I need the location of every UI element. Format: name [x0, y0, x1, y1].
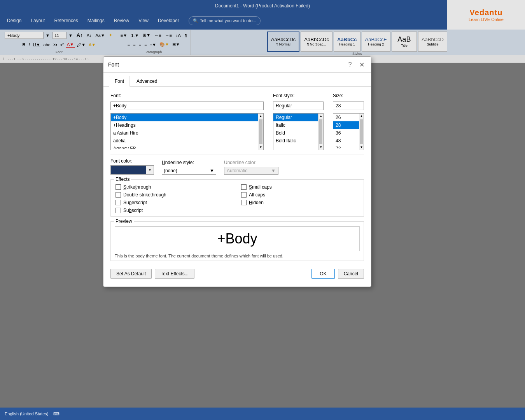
- style-label-group: Font style:: [273, 93, 324, 98]
- dialog-tab-advanced[interactable]: Advanced: [131, 76, 163, 86]
- preview-desc: This is the body theme font. The current…: [115, 254, 360, 258]
- dialog-close-btn[interactable]: ✕: [357, 60, 366, 69]
- style-item-bold[interactable]: Bold: [273, 129, 318, 137]
- style-list[interactable]: Regular Italic Bold Bold Italic: [273, 114, 318, 149]
- underline-style-select[interactable]: (none) ▼: [162, 167, 216, 175]
- underline-color-arrow: ▼: [271, 168, 276, 173]
- style-scroll-up[interactable]: ▲: [318, 114, 323, 119]
- style-item-italic[interactable]: Italic: [273, 121, 318, 129]
- font-color-label: Font color:: [110, 158, 154, 164]
- subscript-item: Subscript: [116, 208, 233, 213]
- all-caps-item: All caps: [241, 192, 359, 198]
- size-scroll-down[interactable]: ▼: [359, 145, 364, 150]
- font-color-arrow[interactable]: ▼: [146, 166, 154, 174]
- underline-color-group: Underline color: Automatic ▼: [224, 160, 278, 175]
- font-item-asian[interactable]: a Asian Hiro: [111, 129, 258, 137]
- font-list-wrapper: +Body +Headings a Asian Hiro adelia Agen…: [110, 113, 264, 150]
- underline-style-value: (none): [164, 168, 177, 173]
- superscript-label: Superscript: [123, 200, 147, 205]
- style-input-box: [273, 102, 324, 110]
- strikethrough-label: Strikethrough: [123, 184, 151, 190]
- size-label: Size:: [333, 93, 343, 98]
- double-strikethrough-checkbox[interactable]: [116, 192, 121, 198]
- dialog-title-icons: ? ✕: [345, 60, 366, 69]
- font-item-body[interactable]: +Body: [111, 114, 258, 121]
- font-color-select[interactable]: ▼: [110, 165, 154, 175]
- all-caps-checkbox[interactable]: [241, 192, 247, 198]
- dialog-tabs: Font Advanced: [103, 73, 371, 87]
- font-item-agency[interactable]: Agency FB: [111, 145, 258, 149]
- superscript-checkbox[interactable]: [116, 200, 121, 205]
- all-caps-label: All caps: [249, 192, 265, 198]
- font-scroll-down[interactable]: ▼: [258, 145, 263, 150]
- dialog-tab-font[interactable]: Font: [109, 76, 130, 87]
- style-list-scrollbar[interactable]: ▲ ▼: [318, 114, 323, 150]
- style-list-wrapper: Regular Italic Bold Bold Italic ▲ ▼: [273, 113, 324, 150]
- size-item-48[interactable]: 48: [333, 137, 359, 145]
- size-input-box: [333, 102, 364, 110]
- size-list[interactable]: 26 28 36 48 72: [333, 114, 359, 149]
- effects-title: Effects: [114, 177, 131, 182]
- font-name-field[interactable]: [111, 102, 263, 110]
- size-scroll-thumb[interactable]: [360, 119, 363, 144]
- small-caps-label: Small caps: [249, 184, 272, 190]
- strikethrough-checkbox[interactable]: [116, 184, 121, 190]
- color-row: Font color: ▼ Underline style: (none) ▼: [110, 158, 364, 175]
- font-scroll-thumb[interactable]: [259, 119, 262, 144]
- font-item-headings[interactable]: +Headings: [111, 121, 258, 129]
- style-scroll-down[interactable]: ▼: [318, 145, 323, 150]
- preview-text: +Body: [217, 231, 257, 247]
- subscript-checkbox[interactable]: [116, 208, 121, 213]
- size-list-wrapper: 26 28 36 48 72 ▲ ▼: [333, 113, 364, 150]
- small-caps-checkbox[interactable]: [241, 184, 247, 190]
- size-item-26[interactable]: 26: [333, 114, 359, 121]
- ok-btn[interactable]: OK: [312, 269, 334, 279]
- size-scroll-up[interactable]: ▲: [359, 114, 364, 119]
- effects-section: Effects Strikethrough Small caps Double …: [110, 179, 364, 217]
- cancel-btn[interactable]: Cancel: [338, 269, 364, 279]
- style-item-regular[interactable]: Regular: [273, 114, 318, 121]
- underline-style-group: Underline style: (none) ▼: [162, 160, 216, 175]
- font-inputs-row: [110, 102, 364, 110]
- status-bar: English (United States) ⌨: [0, 408, 525, 420]
- double-strikethrough-item: Double strikethrough: [116, 192, 233, 198]
- status-language: English (United States): [5, 411, 49, 416]
- font-input-box: [110, 102, 264, 110]
- font-size-field[interactable]: [333, 102, 364, 110]
- size-list-outer: 26 28 36 48 72 ▲ ▼: [333, 113, 364, 150]
- effects-grid: Strikethrough Small caps Double striketh…: [116, 183, 359, 213]
- style-item-bold-italic[interactable]: Bold Italic: [273, 137, 318, 145]
- underline-color-value: Automatic: [227, 168, 247, 173]
- font-item-adelia[interactable]: adelia: [111, 137, 258, 145]
- dialog-btn-right: OK Cancel: [312, 269, 364, 279]
- underline-style-label: Underline style:: [162, 160, 216, 165]
- font-scroll-up[interactable]: ▲: [258, 114, 263, 119]
- font-style-field[interactable]: [273, 102, 323, 110]
- dialog-help-btn[interactable]: ?: [345, 60, 355, 69]
- small-caps-item: Small caps: [241, 184, 359, 190]
- font-style-label: Font style:: [273, 93, 294, 98]
- dialog-title: Font: [108, 61, 119, 68]
- size-list-scrollbar[interactable]: ▲ ▼: [359, 114, 364, 150]
- font-lists-row: +Body +Headings a Asian Hiro adelia Agen…: [110, 113, 364, 150]
- preview-title: Preview: [114, 219, 134, 224]
- font-field-label: Font:: [110, 93, 121, 98]
- font-list[interactable]: +Body +Headings a Asian Hiro adelia Agen…: [111, 114, 258, 149]
- style-scroll-thumb[interactable]: [319, 119, 322, 144]
- font-label-group: Font:: [110, 93, 264, 98]
- size-item-28[interactable]: 28: [333, 121, 359, 129]
- font-color-swatch: [111, 166, 146, 174]
- text-effects-btn[interactable]: Text Effects...: [155, 269, 194, 279]
- size-item-72[interactable]: 72: [333, 145, 359, 149]
- size-label-group: Size:: [333, 93, 364, 98]
- preview-box: +Body: [115, 226, 360, 251]
- size-item-36[interactable]: 36: [333, 129, 359, 137]
- hidden-checkbox[interactable]: [241, 200, 247, 205]
- dialog-buttons: Set As Default Text Effects... OK Cancel: [110, 266, 364, 280]
- font-list-scrollbar[interactable]: ▲ ▼: [258, 114, 263, 150]
- underline-color-select[interactable]: Automatic ▼: [224, 167, 278, 175]
- font-list-outer: +Body +Headings a Asian Hiro adelia Agen…: [110, 113, 264, 150]
- set-as-default-btn[interactable]: Set As Default: [110, 269, 152, 279]
- underline-color-label: Underline color:: [224, 160, 278, 165]
- dialog-content: Font: Font style: Size:: [103, 87, 371, 287]
